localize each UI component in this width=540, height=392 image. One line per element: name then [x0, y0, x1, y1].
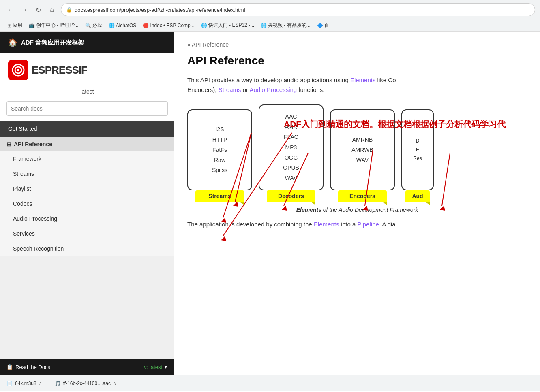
- partial-line-3: Res: [413, 154, 422, 163]
- bottom-bar: 📄 64k.m3u8 ∧ 🎵 ff-16b-2c-44100....aac ∧: [0, 375, 540, 391]
- intro-text-5: functions.: [297, 86, 324, 93]
- elements-link[interactable]: Elements: [350, 77, 376, 83]
- browser-toolbar: ← → ↻ ⌂ 🔒 docs.espressif.com/projects/es…: [0, 0, 540, 19]
- cctv-icon: 🌐: [261, 23, 267, 28]
- apps-icon: ⊞: [7, 23, 11, 28]
- download-item-1[interactable]: 📄 64k.m3u8 ∧: [6, 381, 42, 386]
- search-section[interactable]: [0, 98, 174, 121]
- home-button[interactable]: ⌂: [46, 4, 58, 15]
- bookmarks-bar: ⊞ 应用 📺 创作中心 - 哔哩哔... 🔍 必应 🌐 AlchatOS 🔴 I…: [0, 19, 540, 32]
- decoders-line-1: AAC: [283, 112, 299, 122]
- streams-line-4: Raw: [212, 155, 227, 165]
- espressif-logo: ESPRESSIF: [8, 60, 87, 80]
- partial-line-1: D: [413, 137, 422, 146]
- partial-card-wrapper: D E Res Aud: [401, 109, 434, 202]
- streams-card: I2S HTTP FatFs Raw Spifss: [187, 109, 252, 190]
- decoders-card: AAC AMR FLAC MP3 OGG OPUS WAV: [259, 104, 324, 190]
- bottom-paragraph: The application is developed by combinin…: [187, 219, 527, 229]
- streams-line-1: I2S: [212, 124, 227, 134]
- decoders-line-4: MP3: [283, 143, 299, 153]
- read-docs-icon: 📋: [6, 364, 13, 370]
- alchat-icon: 🌐: [109, 23, 115, 28]
- partial-label: Aud: [405, 190, 430, 202]
- streams-line-5: Spifss: [212, 165, 227, 175]
- bookmark-bilibili[interactable]: 📺 创作中心 - 哔哩哔...: [26, 21, 81, 30]
- dropdown-icon: ▼: [164, 365, 168, 369]
- back-button[interactable]: ←: [5, 4, 16, 15]
- version-value: v: latest: [144, 364, 162, 370]
- decoders-line-2: AMR: [283, 122, 299, 132]
- home-icon: 🏠: [8, 38, 17, 47]
- bookmark-label: 创作中心 - 哔哩哔...: [36, 22, 79, 29]
- collapse-icon: ⊟: [6, 141, 11, 147]
- version-selector[interactable]: v: latest ▼: [144, 364, 168, 370]
- audio-processing-link[interactable]: Audio Processing: [249, 86, 297, 93]
- pipeline-link[interactable]: Pipeline: [357, 221, 379, 228]
- encoders-card-content: AMRNB AMRWB WAV: [351, 135, 373, 166]
- encoders-card: AMRNB AMRWB WAV: [330, 109, 395, 190]
- nav-section-api-reference[interactable]: ⊟ API Reference: [0, 137, 174, 151]
- sidebar-item-framework[interactable]: Framework: [0, 151, 174, 166]
- decoders-line-6: OPUS: [283, 163, 299, 173]
- bookmark-baidu[interactable]: 🔷 百: [315, 21, 332, 30]
- sidebar-item-audio-processing[interactable]: Audio Processing: [0, 211, 174, 226]
- reload-button[interactable]: ↻: [32, 4, 44, 15]
- bookmark-bing[interactable]: 🔍 必应: [83, 21, 105, 30]
- streams-link[interactable]: Streams: [219, 86, 241, 93]
- intro-text-3: Encoders),: [187, 86, 219, 93]
- bilibili-icon: 📺: [29, 23, 35, 28]
- decoders-card-content: AAC AMR FLAC MP3 OGG OPUS WAV: [283, 112, 299, 183]
- bottom-text-2: into a: [339, 221, 357, 228]
- sidebar-item-playlist[interactable]: Playlist: [0, 181, 174, 196]
- version-label: latest: [0, 87, 174, 98]
- elements-link-2[interactable]: Elements: [314, 221, 339, 228]
- bookmark-label: 应用: [13, 22, 22, 29]
- encoders-label: Encoders: [338, 190, 387, 202]
- search-input[interactable]: [6, 101, 168, 116]
- svg-marker-8: [221, 236, 226, 241]
- caption-bold: Elements: [296, 207, 321, 213]
- decoders-card-wrapper: AAC AMR FLAC MP3 OGG OPUS WAV Decoders: [259, 104, 324, 202]
- browser-chrome: ← → ↻ ⌂ 🔒 docs.espressif.com/projects/es…: [0, 0, 540, 32]
- bookmark-label: 快速入门 - ESP32 -...: [208, 22, 254, 29]
- bookmark-label: 央视频 - 有品质的...: [268, 22, 311, 29]
- sidebar-item-streams[interactable]: Streams: [0, 166, 174, 181]
- sidebar-header: 🏠 ADF 音频应用开发框架: [0, 32, 174, 53]
- sidebar-item-codecs[interactable]: Codecs: [0, 196, 174, 211]
- encoders-line-1: AMRNB: [351, 135, 373, 145]
- streams-line-3: FatFs: [212, 145, 227, 155]
- intro-text-2: like Co: [375, 77, 396, 83]
- read-the-docs[interactable]: 📋 Read the Docs: [6, 364, 50, 370]
- svg-point-2: [17, 69, 19, 71]
- bookmark-alchat[interactable]: 🌐 AlchatOS: [106, 22, 139, 29]
- bookmark-cctv[interactable]: 🌐 央视频 - 有品质的...: [258, 21, 313, 30]
- partial-card-content: D E Res: [413, 137, 422, 163]
- diagram-caption: Elements of the Audio Development Framew…: [187, 207, 527, 213]
- espressif-spiral-icon: [11, 63, 26, 77]
- bookmark-esp[interactable]: 🔴 Index • ESP Comp...: [140, 22, 197, 29]
- sidebar-item-services[interactable]: Services: [0, 226, 174, 241]
- sidebar-item-speech-recognition[interactable]: Speech Recognition: [0, 241, 174, 256]
- main-content: » API Reference API Reference This API p…: [174, 32, 540, 375]
- intro-paragraph: This API provides a way to develop audio…: [187, 75, 527, 95]
- main-layout: 🏠 ADF 音频应用开发框架 ESPRESSIF latest G: [0, 32, 540, 375]
- file-icon-1: 📄: [6, 381, 13, 386]
- sidebar-footer: 📋 Read the Docs v: latest ▼: [0, 359, 174, 375]
- download-item-2[interactable]: 🎵 ff-16b-2c-44100....aac ∧: [55, 381, 116, 386]
- partial-line-2: E: [413, 146, 422, 155]
- bookmark-quickstart[interactable]: 🌐 快速入门 - ESP32 -...: [199, 21, 257, 30]
- bookmark-label: 百: [324, 22, 329, 29]
- bookmark-label: Index • ESP Comp...: [150, 23, 194, 28]
- forward-button[interactable]: →: [19, 4, 30, 15]
- file-icon-2: 🎵: [55, 381, 61, 386]
- encoders-line-3: WAV: [351, 155, 373, 165]
- bookmark-apps[interactable]: ⊞ 应用: [5, 21, 25, 30]
- intro-text-1: This API provides a way to develop audio…: [187, 77, 350, 83]
- address-bar[interactable]: 🔒 docs.espressif.com/projects/esp-adf/zh…: [61, 3, 535, 16]
- diagram-container: I2S HTTP FatFs Raw Spifss Streams AAC AM…: [187, 104, 527, 202]
- logo-section: ESPRESSIF: [0, 53, 174, 87]
- download-label-1: 64k.m3u8: [15, 381, 36, 386]
- sidebar-get-started[interactable]: Get Started: [0, 121, 174, 137]
- caption-rest: of the Audio Development Framework: [321, 207, 418, 213]
- quickstart-icon: 🌐: [201, 23, 207, 28]
